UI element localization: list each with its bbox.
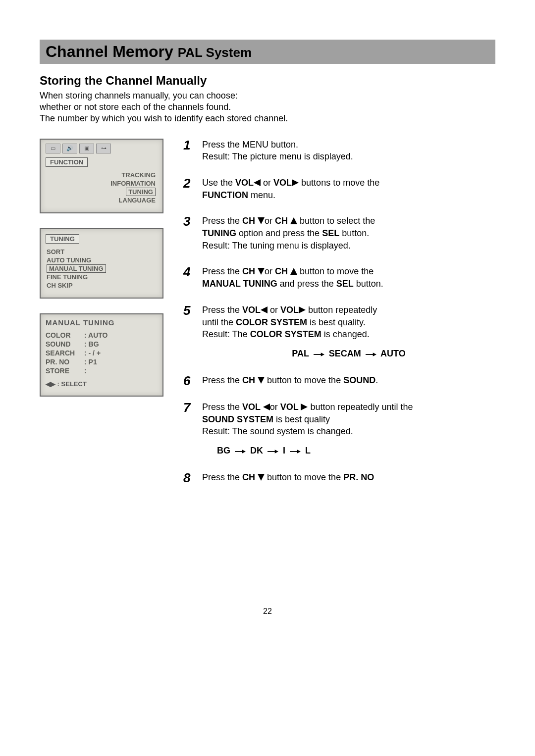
osd-menu-item: LANGUAGE: [47, 196, 156, 204]
step-4: 4 Press the CH or CH button to move the …: [183, 265, 495, 290]
osd-row: SOUND: BG: [46, 340, 158, 349]
step-text: Press the VOL or VOL button repeatedly: [202, 304, 495, 316]
triangle-down-icon: [258, 215, 265, 227]
step-text: Press the VOL or VOL button repeatedly u…: [202, 401, 495, 413]
svg-marker-0: [254, 179, 261, 186]
step-8: 8 Press the CH button to move the PR. NO: [183, 471, 495, 484]
step-number: 4: [183, 265, 195, 290]
svg-marker-4: [258, 268, 265, 275]
step-number: 3: [183, 215, 195, 252]
svg-marker-1: [292, 179, 299, 186]
tab-icon: ▭: [46, 144, 60, 153]
osd-menu-item-highlighted: TUNING: [126, 188, 156, 196]
step-text: Use the VOL or VOL buttons to move the: [202, 177, 495, 189]
osd-menu-item: TRACKING: [47, 171, 156, 179]
intro-block: When storing channels manually, you can …: [40, 91, 495, 124]
osd-menu-item: SORT: [47, 248, 158, 256]
step-number: 2: [183, 177, 195, 202]
step-number: 8: [183, 471, 195, 484]
intro-line: The number by which you wish to identify…: [40, 113, 495, 124]
triangle-down-icon: [258, 266, 265, 278]
page-number: 22: [40, 607, 495, 616]
svg-marker-21: [258, 474, 265, 481]
osd-row: STORE:: [46, 366, 158, 375]
svg-marker-5: [290, 268, 297, 275]
title-sub: PAL System: [178, 45, 252, 60]
svg-marker-9: [321, 353, 324, 356]
step-7: 7 Press the VOL or VOL button repeatedly…: [183, 401, 495, 457]
svg-marker-20: [297, 450, 301, 453]
osd-tab-icons: ▭ 🔊 ▣ ⊶: [46, 144, 158, 153]
svg-marker-7: [299, 306, 306, 313]
tab-icon: 🔊: [62, 144, 77, 153]
osd-footer: ◀▶ : SELECT: [46, 380, 158, 388]
svg-marker-13: [263, 403, 270, 410]
osd-menu-title: MANUAL TUNING: [46, 318, 158, 327]
svg-marker-6: [261, 306, 268, 313]
triangle-left-icon: [261, 304, 268, 316]
triangle-left-icon: [263, 402, 270, 413]
osd-menu-item: AUTO TUNING: [47, 256, 158, 264]
triangle-up-icon: [290, 266, 297, 278]
svg-marker-2: [258, 217, 265, 224]
steps-column: 1 Press the MENU button. Result: The pic…: [183, 139, 495, 498]
step-6: 6 Press the CH button to move the SOUND.: [183, 374, 495, 387]
svg-marker-14: [301, 403, 308, 410]
screenshot-column: ▭ 🔊 ▣ ⊶ FUNCTION TRACKING INFORMATION TU…: [40, 139, 163, 498]
title-bar: Channel Memory PAL System: [40, 40, 495, 64]
osd-row: COLOR: AUTO: [46, 331, 158, 340]
triangle-right-icon: [292, 177, 299, 189]
color-system-sequence: PAL SECAM AUTO: [202, 348, 495, 360]
osd-row: SEARCH: - / +: [46, 349, 158, 357]
step-number: 1: [183, 139, 195, 163]
sound-system-sequence: BG DK I L: [202, 445, 495, 457]
triangle-down-icon: [258, 375, 265, 387]
left-right-arrow-icon: ◀▶: [46, 380, 55, 388]
svg-marker-12: [258, 377, 265, 384]
screenshot-tuning-menu: TUNING SORT AUTO TUNING MANUAL TUNING FI…: [40, 228, 163, 299]
title-main: Channel Memory: [46, 43, 178, 60]
section-heading: Storing the Channel Manually: [40, 74, 495, 88]
osd-menu-item: INFORMATION: [47, 179, 156, 188]
step-number: 6: [183, 374, 195, 387]
osd-row: PR. NO: P1: [46, 357, 158, 366]
step-text: Press the CH button to move the PR. NO: [202, 471, 495, 484]
triangle-left-icon: [254, 177, 261, 189]
triangle-up-icon: [290, 215, 297, 227]
tab-icon: ▣: [79, 144, 94, 153]
osd-menu-item-highlighted: MANUAL TUNING: [47, 264, 106, 273]
step-text: Press the CH or CH button to select the: [202, 215, 495, 227]
osd-menu-item: CH SKIP: [47, 281, 158, 290]
screenshot-manual-tuning: MANUAL TUNING COLOR: AUTO SOUND: BG SEAR…: [40, 313, 163, 397]
step-number: 5: [183, 304, 195, 360]
tab-icon: ⊶: [96, 144, 111, 153]
svg-marker-11: [373, 353, 376, 356]
step-text: Press the MENU button.: [202, 139, 495, 151]
osd-menu-title: TUNING: [46, 234, 79, 244]
intro-line: When storing channels manually, you can …: [40, 91, 495, 101]
triangle-down-icon: [258, 472, 265, 484]
arrow-right-icon: [290, 446, 301, 457]
arrow-right-icon: [235, 446, 246, 457]
intro-line: whether or not store each of the channel…: [40, 102, 495, 112]
arrow-right-icon: [268, 446, 278, 457]
triangle-right-icon: [299, 304, 306, 316]
step-3: 3 Press the CH or CH button to select th…: [183, 215, 495, 252]
step-text: Press the CH or CH button to move the: [202, 265, 495, 278]
osd-menu-title: FUNCTION: [46, 157, 88, 167]
step-text: Press the CH button to move the SOUND.: [202, 374, 495, 387]
step-text: Result: The picture menu is displayed.: [202, 151, 495, 162]
step-number: 7: [183, 401, 195, 457]
svg-marker-16: [242, 450, 246, 453]
svg-marker-3: [290, 217, 297, 224]
arrow-right-icon: [314, 349, 324, 360]
screenshot-function-menu: ▭ 🔊 ▣ ⊶ FUNCTION TRACKING INFORMATION TU…: [40, 139, 163, 213]
svg-marker-18: [275, 450, 278, 453]
step-1: 1 Press the MENU button. Result: The pic…: [183, 139, 495, 163]
manual-page: Channel Memory PAL System Storing the Ch…: [0, 0, 535, 636]
step-5: 5 Press the VOL or VOL button repeatedly…: [183, 304, 495, 360]
triangle-right-icon: [301, 402, 308, 413]
arrow-right-icon: [366, 349, 376, 360]
osd-menu-item: FINE TUNING: [47, 273, 158, 281]
step-2: 2 Use the VOL or VOL buttons to move the…: [183, 177, 495, 202]
